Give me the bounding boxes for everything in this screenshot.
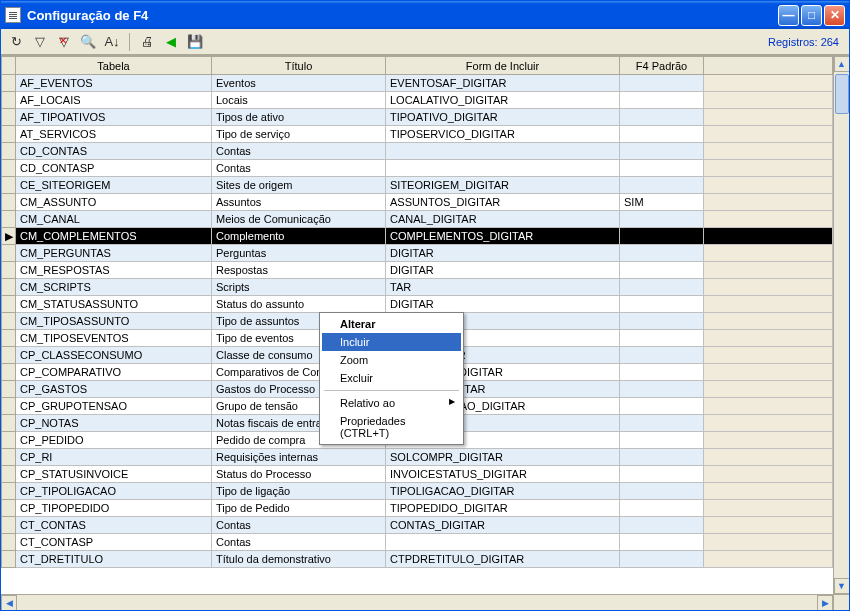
cell-tabela[interactable]: AF_LOCAIS — [16, 92, 212, 109]
cell-titulo[interactable]: Locais — [212, 92, 386, 109]
cell-padrao[interactable] — [620, 449, 704, 466]
table-row[interactable]: CM_CANALMeios de ComunicaçãoCANAL_DIGITA… — [2, 211, 833, 228]
cell-padrao[interactable] — [620, 415, 704, 432]
cell-form[interactable]: DIGITAR — [386, 262, 620, 279]
table-row[interactable]: CT_CONTASPContas — [2, 534, 833, 551]
table-row[interactable]: CP_TIPOLIGACAOTipo de ligaçãoTIPOLIGACAO… — [2, 483, 833, 500]
cell-form[interactable]: COMPLEMENTOS_DIGITAR — [386, 228, 620, 245]
table-row[interactable]: CP_RIRequisições internasSOLCOMPR_DIGITA… — [2, 449, 833, 466]
cell-padrao[interactable] — [620, 432, 704, 449]
menu-item-alterar[interactable]: Alterar — [322, 315, 461, 333]
col-titulo[interactable]: Título — [212, 57, 386, 75]
cell-tabela[interactable]: CM_PERGUNTAS — [16, 245, 212, 262]
cell-form[interactable]: SOLCOMPR_DIGITAR — [386, 449, 620, 466]
cell-padrao[interactable] — [620, 75, 704, 92]
table-row[interactable]: AF_TIPOATIVOSTipos de ativoTIPOATIVO_DIG… — [2, 109, 833, 126]
table-row[interactable]: CD_CONTASPContas — [2, 160, 833, 177]
col-blank[interactable] — [704, 57, 833, 75]
filter-icon[interactable]: ▽ — [31, 33, 49, 51]
cell-titulo[interactable]: Contas — [212, 534, 386, 551]
cell-form[interactable]: CTPDRETITULO_DIGITAR — [386, 551, 620, 568]
cell-titulo[interactable]: Status do Processo — [212, 466, 386, 483]
cell-tabela[interactable]: CM_STATUSASSUNTO — [16, 296, 212, 313]
menu-item-incluir[interactable]: Incluir — [322, 333, 461, 351]
table-row[interactable]: ▶CM_COMPLEMENTOSComplementoCOMPLEMENTOS_… — [2, 228, 833, 245]
refresh-icon[interactable]: ↻ — [7, 33, 25, 51]
table-row[interactable]: AT_SERVICOSTipo de serviçoTIPOSERVICO_DI… — [2, 126, 833, 143]
cell-titulo[interactable]: Contas — [212, 517, 386, 534]
cell-form[interactable] — [386, 534, 620, 551]
cell-tabela[interactable]: CP_PEDIDO — [16, 432, 212, 449]
cell-padrao[interactable] — [620, 347, 704, 364]
cell-form[interactable]: ASSUNTOS_DIGITAR — [386, 194, 620, 211]
scroll-down-button[interactable]: ▼ — [834, 578, 850, 594]
cell-tabela[interactable]: CP_GASTOS — [16, 381, 212, 398]
cell-tabela[interactable]: CP_TIPOLIGACAO — [16, 483, 212, 500]
prev-icon[interactable]: ◀ — [162, 33, 180, 51]
cell-tabela[interactable]: CM_ASSUNTO — [16, 194, 212, 211]
table-row[interactable]: CM_RESPOSTASRespostasDIGITAR — [2, 262, 833, 279]
table-row[interactable]: CP_STATUSINVOICEStatus do ProcessoINVOIC… — [2, 466, 833, 483]
cell-tabela[interactable]: CM_SCRIPTS — [16, 279, 212, 296]
cell-padrao[interactable]: SIM — [620, 194, 704, 211]
cell-form[interactable]: CANAL_DIGITAR — [386, 211, 620, 228]
cell-tabela[interactable]: CT_CONTAS — [16, 517, 212, 534]
cell-padrao[interactable] — [620, 228, 704, 245]
menu-item-propriedades-ctrl-t-[interactable]: Propriedades (CTRL+T) — [322, 412, 461, 442]
cell-tabela[interactable]: AT_SERVICOS — [16, 126, 212, 143]
cell-padrao[interactable] — [620, 177, 704, 194]
cell-padrao[interactable] — [620, 534, 704, 551]
cell-padrao[interactable] — [620, 551, 704, 568]
cell-form[interactable]: SITEORIGEM_DIGITAR — [386, 177, 620, 194]
menu-item-zoom[interactable]: Zoom — [322, 351, 461, 369]
cell-form[interactable]: TIPOATIVO_DIGITAR — [386, 109, 620, 126]
cell-form[interactable]: DIGITAR — [386, 245, 620, 262]
cell-tabela[interactable]: CP_NOTAS — [16, 415, 212, 432]
cell-titulo[interactable]: Requisições internas — [212, 449, 386, 466]
cell-tabela[interactable]: CM_CANAL — [16, 211, 212, 228]
cell-titulo[interactable]: Status do assunto — [212, 296, 386, 313]
cell-tabela[interactable]: CP_STATUSINVOICE — [16, 466, 212, 483]
save-icon[interactable]: 💾 — [186, 33, 204, 51]
cell-form[interactable]: TAR — [386, 279, 620, 296]
scroll-left-button[interactable]: ◀ — [1, 595, 17, 611]
cell-tabela[interactable]: CP_COMPARATIVO — [16, 364, 212, 381]
cell-tabela[interactable]: CM_TIPOSEVENTOS — [16, 330, 212, 347]
find-icon[interactable]: 🔍 — [79, 33, 97, 51]
cell-form[interactable] — [386, 160, 620, 177]
col-padrao[interactable]: F4 Padrão — [620, 57, 704, 75]
horizontal-scrollbar[interactable]: ◀ ▶ — [1, 594, 833, 610]
cell-titulo[interactable]: Respostas — [212, 262, 386, 279]
cell-tabela[interactable]: CM_TIPOSASSUNTO — [16, 313, 212, 330]
cell-padrao[interactable] — [620, 466, 704, 483]
cell-padrao[interactable] — [620, 500, 704, 517]
table-row[interactable]: CP_TIPOPEDIDOTipo de PedidoTIPOPEDIDO_DI… — [2, 500, 833, 517]
close-button[interactable]: ✕ — [824, 5, 845, 26]
minimize-button[interactable]: — — [778, 5, 799, 26]
cell-titulo[interactable]: Complemento — [212, 228, 386, 245]
cell-titulo[interactable]: Título da demonstrativo — [212, 551, 386, 568]
vertical-scrollbar[interactable]: ▲ ▼ — [833, 56, 849, 594]
cell-form[interactable]: LOCALATIVO_DIGITAR — [386, 92, 620, 109]
cell-tabela[interactable]: CT_CONTASP — [16, 534, 212, 551]
cell-tabela[interactable]: AF_TIPOATIVOS — [16, 109, 212, 126]
cell-titulo[interactable]: Contas — [212, 160, 386, 177]
print-icon[interactable]: 🖨 — [138, 33, 156, 51]
col-form[interactable]: Form de Incluir — [386, 57, 620, 75]
table-row[interactable]: CT_CONTASContasCONTAS_DIGITAR — [2, 517, 833, 534]
cell-tabela[interactable]: CP_RI — [16, 449, 212, 466]
cell-padrao[interactable] — [620, 381, 704, 398]
table-row[interactable]: CM_STATUSASSUNTOStatus do assuntoDIGITAR — [2, 296, 833, 313]
sort-icon[interactable]: A↓ — [103, 33, 121, 51]
cell-padrao[interactable] — [620, 262, 704, 279]
cell-tabela[interactable]: CM_RESPOSTAS — [16, 262, 212, 279]
cell-form[interactable]: TIPOLIGACAO_DIGITAR — [386, 483, 620, 500]
cell-padrao[interactable] — [620, 143, 704, 160]
menu-item-relativo-ao[interactable]: Relativo ao — [322, 394, 461, 412]
cell-padrao[interactable] — [620, 126, 704, 143]
table-row[interactable]: CM_SCRIPTSScriptsTAR — [2, 279, 833, 296]
cell-titulo[interactable]: Meios de Comunicação — [212, 211, 386, 228]
cell-tabela[interactable]: AF_EVENTOS — [16, 75, 212, 92]
table-row[interactable]: CD_CONTASContas — [2, 143, 833, 160]
table-row[interactable]: CM_ASSUNTOAssuntosASSUNTOS_DIGITARSIM — [2, 194, 833, 211]
